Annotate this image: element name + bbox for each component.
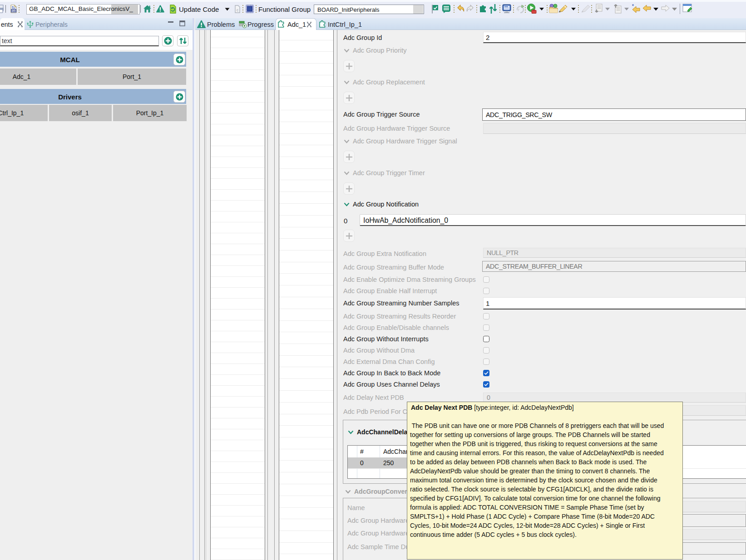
svg-text:*: * (632, 4, 634, 9)
svg-text:010: 010 (11, 9, 16, 12)
